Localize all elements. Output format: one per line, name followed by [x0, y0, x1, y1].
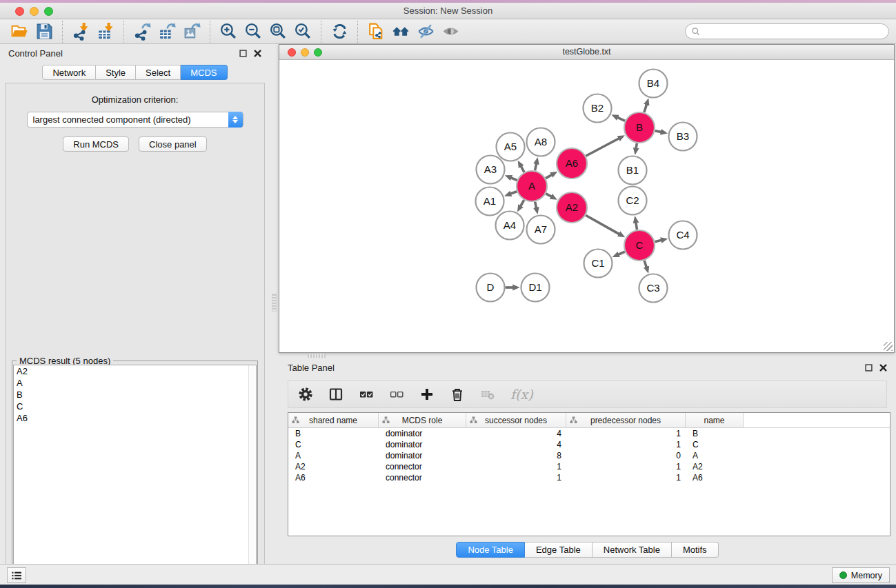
tab-network-table[interactable]: Network Table [593, 542, 672, 558]
graph-node-A[interactable]: A [517, 171, 547, 201]
close-table-panel-icon[interactable] [879, 364, 887, 372]
open-file-button[interactable] [7, 21, 32, 43]
graph-edge-A-A8[interactable] [535, 163, 537, 171]
graph-edge-A-A1[interactable] [510, 192, 517, 194]
result-list-scrollbar[interactable] [248, 365, 256, 588]
zoom-selected-button[interactable] [290, 21, 315, 43]
graph-node-A8[interactable]: A8 [527, 128, 555, 156]
optimization-criterion-dropdown[interactable]: largest connected component (directed) [27, 112, 243, 128]
graph-edge-A6-B[interactable] [586, 138, 619, 156]
gear-button[interactable] [298, 384, 313, 405]
table-row[interactable]: Cdominator41C [288, 439, 890, 450]
run-mcds-button[interactable]: Run MCDS [63, 136, 129, 152]
float-panel-icon[interactable] [239, 50, 247, 57]
graph-edge-A-A2[interactable] [546, 194, 552, 197]
delete-column-button[interactable] [450, 384, 465, 405]
function-builder-button[interactable]: f(x) [510, 387, 533, 402]
tab-network[interactable]: Network [42, 65, 96, 80]
task-history-button[interactable] [7, 567, 26, 583]
table-row[interactable]: Adominator80A [288, 450, 890, 461]
memory-button[interactable]: Memory [832, 567, 890, 583]
zoom-out-button[interactable] [241, 21, 266, 43]
graph-node-C4[interactable]: C4 [669, 221, 697, 250]
graph-node-B4[interactable]: B4 [639, 70, 668, 98]
mcds-result-list[interactable]: A2ABCA6 [13, 365, 257, 588]
select-all-button[interactable] [359, 384, 374, 405]
deselect-all-button[interactable] [389, 384, 404, 405]
duplicate-network-button[interactable] [364, 21, 388, 43]
graph-edge-B-B2[interactable] [617, 117, 625, 121]
show-visibility-button[interactable] [438, 21, 463, 43]
graph-edge-B-B1[interactable] [636, 143, 637, 149]
graph-node-B2[interactable]: B2 [584, 94, 612, 123]
mcds-result-item[interactable]: A [14, 377, 256, 389]
column-header-successor-nodes[interactable]: successor nodes [466, 413, 566, 427]
float-table-panel-icon[interactable] [865, 364, 873, 372]
tab-motifs[interactable]: Motifs [672, 542, 719, 558]
graph-node-C[interactable]: C [624, 230, 655, 261]
graph-node-C2[interactable]: C2 [619, 187, 647, 215]
graph-node-A2[interactable]: A2 [557, 192, 587, 223]
network-window-titlebar[interactable]: testGlobe.txt [279, 45, 894, 60]
graph-edge-C-C4[interactable] [655, 240, 661, 241]
table-row[interactable]: Bdominator41B [288, 428, 890, 439]
graph-node-A7[interactable]: A7 [527, 216, 555, 244]
split-table-button[interactable] [328, 384, 344, 405]
export-table-button[interactable] [155, 21, 179, 43]
graph-node-B1[interactable]: B1 [619, 156, 647, 185]
resize-grip-icon[interactable] [884, 342, 893, 351]
mcds-result-item[interactable]: B [14, 389, 256, 401]
graph-node-B[interactable]: B [624, 112, 655, 143]
zoom-fit-button[interactable] [266, 21, 290, 43]
column-header-name[interactable]: name [686, 413, 744, 427]
mcds-result-item[interactable]: C [14, 401, 256, 412]
column-header-predecessor-nodes[interactable]: predecessor nodes [566, 413, 686, 427]
search-input[interactable] [704, 27, 883, 37]
column-header-MCDS-role[interactable]: MCDS role [379, 413, 466, 427]
horizontal-splitter-grip[interactable] [308, 354, 326, 358]
graph-edge-A-A3[interactable] [510, 178, 517, 181]
delete-table-button[interactable] [480, 386, 495, 403]
tab-select[interactable]: Select [136, 65, 181, 80]
home-houses-button[interactable] [388, 21, 413, 43]
mcds-result-item[interactable]: A6 [14, 412, 256, 424]
graph-edge-A-A4[interactable] [520, 200, 524, 206]
graph-node-A6[interactable]: A6 [557, 148, 587, 179]
hide-visibility-button[interactable] [413, 21, 438, 43]
save-session-button[interactable] [32, 21, 57, 43]
column-header-shared-name[interactable]: shared name [288, 413, 379, 427]
network-canvas[interactable]: AA1A2A3A4A5A6A7A8BB1B2B3B4CC1C2C3C4DD1 [280, 61, 893, 352]
graph-edge-C-C2[interactable] [636, 222, 637, 230]
table-row[interactable]: A2connector11A2 [288, 461, 890, 472]
refresh-layout-button[interactable] [327, 21, 352, 43]
export-image-button[interactable] [179, 21, 204, 43]
table-row[interactable]: A6connector11A6 [288, 472, 890, 483]
graph-node-D[interactable]: D [477, 274, 505, 302]
graph-node-A5[interactable]: A5 [497, 133, 525, 161]
graph-edge-A-A5[interactable] [521, 166, 524, 172]
graph-node-B3[interactable]: B3 [669, 123, 697, 151]
tab-mcds[interactable]: MCDS [181, 65, 227, 80]
graph-node-D1[interactable]: D1 [521, 274, 550, 302]
search-box[interactable] [685, 23, 889, 39]
import-table-button[interactable] [93, 21, 118, 43]
import-network-button[interactable] [68, 21, 93, 43]
add-column-button[interactable] [419, 384, 435, 405]
mcds-result-item[interactable]: A2 [14, 365, 256, 377]
graph-node-A3[interactable]: A3 [477, 156, 505, 184]
close-panel-icon[interactable] [254, 50, 261, 57]
graph-edge-C-C3[interactable] [644, 261, 646, 267]
graph-node-C1[interactable]: C1 [584, 250, 613, 278]
graph-node-C3[interactable]: C3 [639, 274, 668, 303]
graph-edge-C-C1[interactable] [618, 252, 625, 254]
graph-edge-B-B3[interactable] [655, 131, 662, 132]
tab-edge-table[interactable]: Edge Table [525, 542, 593, 558]
graph-edge-A-A6[interactable] [546, 174, 552, 178]
vertical-splitter[interactable] [270, 44, 279, 564]
graph-node-A1[interactable]: A1 [476, 187, 504, 216]
graph-edge-A-A7[interactable] [535, 202, 537, 209]
export-network-button[interactable] [130, 21, 155, 43]
graph-edge-A2-C[interactable] [586, 215, 619, 234]
graph-edge-B-B4[interactable] [644, 104, 647, 112]
tab-style[interactable]: Style [96, 65, 136, 80]
